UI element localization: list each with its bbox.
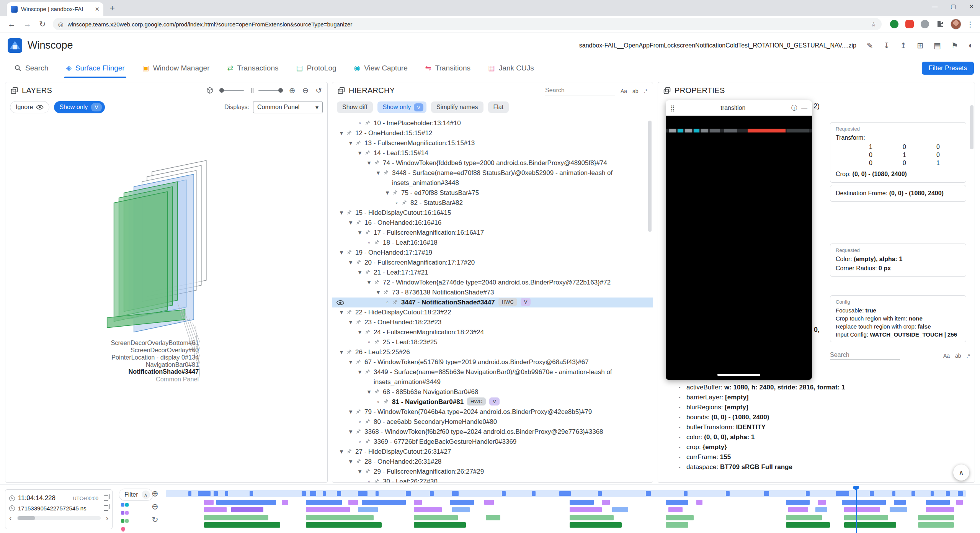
pin-icon[interactable]	[364, 270, 370, 275]
trace-segment[interactable]	[216, 500, 276, 505]
reset-view-icon[interactable]: ↺	[315, 86, 322, 95]
show-only-visible-toggle[interactable]: Show only V	[54, 101, 105, 113]
pin-icon[interactable]	[364, 469, 370, 474]
trace-segment[interactable]	[282, 500, 288, 505]
tab-surface-flinger[interactable]: ◈Surface Flinger	[66, 58, 124, 78]
layer-label[interactable]: ScreenDecorOverlay#60	[131, 347, 199, 353]
tree-node[interactable]: ▾13 - FullscreenMagnification:15:15#13	[332, 138, 653, 148]
timeline-track-transitions[interactable]	[166, 515, 966, 521]
cujs-trace-icon[interactable]	[121, 526, 129, 532]
pin-icon[interactable]	[346, 250, 352, 255]
pin-icon[interactable]	[346, 210, 352, 216]
upload-icon[interactable]: ↥	[900, 41, 907, 50]
tree-node[interactable]: ▾24 - FullscreenMagnification:18:23#24	[332, 327, 653, 337]
omnibox[interactable]: ◎ winscope.teams.x20web.corp.google.com/…	[53, 18, 882, 30]
collapse-arrow-icon[interactable]: ▾	[338, 307, 345, 317]
pin-icon[interactable]	[392, 190, 398, 196]
surface-flinger-trace-icon[interactable]	[121, 502, 129, 508]
trace-segment[interactable]	[890, 507, 907, 512]
tab-close-icon[interactable]: ✕	[95, 6, 100, 13]
tree-node[interactable]: ▾3368 - WindowToken{f6b2f60 type=2024 an…	[332, 427, 653, 437]
timeline-plot[interactable]	[166, 489, 966, 531]
extension-icon-red[interactable]	[905, 20, 914, 28]
trace-segment[interactable]	[306, 515, 374, 520]
tree-node[interactable]: ▾15 - HideDisplayCutout:16:16#15	[332, 208, 653, 218]
timeline-track-transactions[interactable]	[166, 507, 966, 513]
property-row[interactable]: ▪barrierLayer: [empty]	[658, 392, 975, 402]
timeline-track-surface-flinger[interactable]	[166, 499, 966, 505]
tree-node[interactable]: ▾28 - OneHanded:26:31#28	[332, 457, 653, 467]
trace-segment[interactable]	[818, 500, 826, 505]
property-row[interactable]: ▪dataspace: BT709 sRGB Full range	[658, 462, 975, 472]
trace-segment[interactable]	[844, 507, 880, 512]
timeline-cursor[interactable]	[856, 489, 857, 533]
collapse-arrow-icon[interactable]: ▾	[347, 218, 354, 228]
tree-node[interactable]: ◦80 - ace6abb SecondaryHomeHandle0#80	[332, 417, 653, 427]
trace-segment[interactable]	[204, 500, 214, 505]
trace-segment[interactable]	[956, 500, 963, 505]
pin-icon[interactable]	[364, 439, 370, 445]
collapse-arrow-icon[interactable]: ▾	[347, 138, 354, 148]
tab-jank-cujs[interactable]: ▦Jank CUJs	[488, 58, 534, 78]
documentation-icon[interactable]: ▤	[934, 41, 941, 50]
trace-segment[interactable]	[306, 522, 382, 528]
pin-icon[interactable]	[355, 359, 361, 365]
next-entry-icon[interactable]: ›	[106, 514, 108, 522]
tab-protolog[interactable]: ▤ProtoLog	[296, 58, 336, 78]
3d-rotation-icon[interactable]	[206, 87, 213, 94]
hierarchy-search-input[interactable]	[545, 86, 615, 95]
site-info-icon[interactable]: ◎	[58, 21, 64, 28]
trace-segment[interactable]	[362, 500, 406, 505]
trace-segment[interactable]	[570, 522, 622, 528]
pin-icon[interactable]	[364, 329, 370, 335]
trace-segment[interactable]	[786, 500, 810, 505]
collapse-arrow-icon[interactable]: ▾	[338, 208, 345, 218]
timeline-refresh-icon[interactable]: ↻	[152, 515, 158, 523]
pin-icon[interactable]	[355, 140, 361, 146]
timeline-overview[interactable]	[166, 490, 966, 497]
trace-segment[interactable]	[348, 500, 358, 505]
collapse-arrow-icon[interactable]: ▾	[356, 268, 364, 278]
pin-icon[interactable]	[364, 150, 370, 156]
window-maximize-icon[interactable]: ▢	[951, 3, 956, 10]
collapse-arrow-icon[interactable]: ▾	[374, 168, 382, 178]
pin-icon[interactable]	[364, 419, 370, 425]
pin-icon[interactable]	[392, 299, 398, 305]
collapse-arrow-icon[interactable]: ▾	[338, 347, 345, 357]
tree-node[interactable]: ▾12 - OneHanded:15:15#12	[332, 128, 653, 138]
trace-segment[interactable]	[450, 500, 474, 505]
pin-icon[interactable]	[374, 240, 379, 245]
extensions-puzzle-icon[interactable]	[936, 20, 944, 28]
collapse-icon[interactable]: ∧	[142, 490, 150, 499]
transactions-trace-icon[interactable]	[121, 510, 129, 516]
tree-node[interactable]: ▾72 - WindowToken{a2746de type=2040 andr…	[332, 278, 653, 288]
trace-segment[interactable]	[204, 507, 227, 512]
collapse-arrow-icon[interactable]: ▾	[338, 447, 345, 457]
dark-mode-icon[interactable]: ◐	[969, 41, 973, 50]
drag-handle-icon[interactable]: ⣿	[670, 105, 675, 112]
tab-transitions[interactable]: ⇋Transitions	[425, 58, 470, 78]
properties-scrollbar[interactable]	[970, 105, 973, 149]
tree-node[interactable]: ▾19 - OneHanded:17:17#19	[332, 248, 653, 258]
trace-segment[interactable]	[894, 500, 906, 505]
layer-label[interactable]: ScreenDecorOverlayBottom#61	[111, 339, 199, 346]
trace-segment[interactable]	[602, 500, 610, 505]
trace-segment[interactable]	[486, 515, 500, 520]
report-bug-icon[interactable]: ⚑	[951, 41, 958, 50]
tab-search[interactable]: Search	[15, 58, 48, 78]
tree-node[interactable]: ◦81 - NavigationBar0#81HWCV	[332, 397, 653, 407]
collapse-arrow-icon[interactable]: ▾	[347, 317, 354, 327]
property-row[interactable]: ▪bounds: (0, 0) - (1080, 2400)	[658, 412, 975, 422]
pin-icon[interactable]	[374, 479, 379, 482]
new-tab-button[interactable]: +	[109, 3, 115, 13]
tree-node[interactable]: ▾14 - Leaf:15:15#14	[332, 148, 653, 158]
pin-icon[interactable]	[346, 449, 352, 455]
tree-node[interactable]: ▾26 - Leaf:25:25#26	[332, 347, 653, 357]
pin-icon[interactable]	[355, 409, 361, 415]
trace-segment[interactable]	[926, 500, 950, 505]
hierarchy-scrollbar[interactable]	[648, 121, 652, 232]
collapse-arrow-icon[interactable]: ▾	[384, 188, 391, 198]
pin-icon[interactable]	[346, 349, 352, 355]
pin-icon[interactable]	[383, 289, 389, 295]
collapse-arrow-icon[interactable]: ▾	[356, 148, 364, 158]
